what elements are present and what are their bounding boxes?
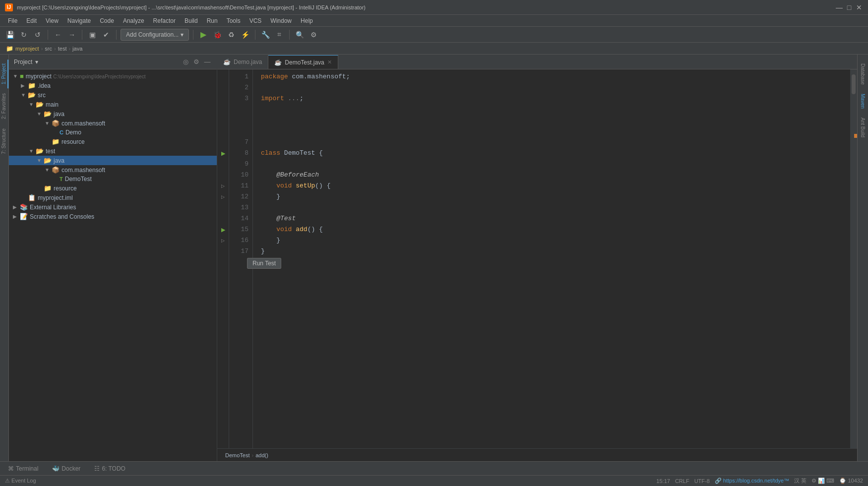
tab-demotest-java[interactable]: ☕ DemoTest.java ✕ <box>268 55 338 69</box>
maximize-button[interactable]: □ <box>845 3 853 11</box>
debug-button[interactable]: 🐞 <box>211 29 223 41</box>
close-demotest-tab-button[interactable]: ✕ <box>327 59 332 65</box>
tree-item-resource-main[interactable]: ▶ 📁 resource <box>9 137 217 146</box>
gutter-line-16: ▷ <box>217 235 229 246</box>
tree-item-demo[interactable]: ▶ C Demo <box>9 128 217 137</box>
menu-edit[interactable]: Edit <box>22 16 41 25</box>
gutter-line-8[interactable]: ▶ <box>217 148 229 159</box>
docker-label: Docker <box>62 465 80 472</box>
maven-side-tab[interactable]: Maven <box>859 90 867 113</box>
menu-code[interactable]: Code <box>96 16 118 25</box>
breadcrumb-myproject[interactable]: myproject <box>15 46 39 52</box>
back-button[interactable]: ← <box>52 29 64 41</box>
menu-navigate[interactable]: Navigate <box>63 16 95 25</box>
tree-label-java-main: java <box>54 111 64 118</box>
tree-item-test[interactable]: ▼ 📂 test <box>9 146 217 156</box>
tree-item-demotest[interactable]: ▶ T DemoTest <box>9 175 217 183</box>
tree-label-idea: .idea <box>38 82 51 89</box>
forward-button[interactable]: → <box>66 29 78 41</box>
terminal-tab[interactable]: ⌘ Terminal <box>5 463 41 474</box>
todo-tab[interactable]: ☷ 6: TODO <box>91 463 128 474</box>
tree-item-idea[interactable]: ▶ 📁 .idea <box>9 81 217 90</box>
tree-item-src[interactable]: ▼ 📂 src <box>9 90 217 100</box>
sidebar-dropdown-icon[interactable]: ▾ <box>35 59 38 65</box>
sync-button[interactable]: ↻ <box>18 29 30 41</box>
tree-item-external-libs[interactable]: ▶ 📚 External Libraries <box>9 202 217 212</box>
editor-scrollbar[interactable] <box>850 69 857 448</box>
code-content[interactable]: package com.mashensoft; import ...; clas… <box>253 69 850 448</box>
tree-item-myproject[interactable]: ▼ ■ myproject C:\Users\zongxing\IdeaProj… <box>9 71 217 81</box>
save-all-button[interactable]: 💾 <box>4 29 16 41</box>
footer-breadcrumb-demotest[interactable]: DemoTest <box>225 452 250 458</box>
refresh-button[interactable]: ↺ <box>32 29 44 41</box>
project-view-button[interactable]: ▣ <box>86 29 98 41</box>
bookmark-button[interactable]: ✔ <box>100 29 112 41</box>
separator-4 <box>193 30 193 40</box>
ext-libs-icon: 📚 <box>20 203 28 211</box>
sidebar-locate-button[interactable]: ◎ <box>181 58 190 66</box>
menu-build[interactable]: Build <box>181 16 202 25</box>
favorites-side-tab[interactable]: 2: Favorites <box>0 89 8 123</box>
window-title: myproject [C:\Users\zongxing\IdeaProject… <box>17 4 366 10</box>
event-log-button[interactable]: ⚠ Event Log <box>5 478 36 484</box>
menu-vcs[interactable]: VCS <box>246 16 266 25</box>
project-side-tab[interactable]: 1: Project <box>0 60 8 88</box>
menu-window[interactable]: Window <box>266 16 296 25</box>
settings-button[interactable]: ⚙ <box>308 29 319 41</box>
gutter-line-10 <box>217 170 229 181</box>
java-test-class-icon-demotest: T <box>60 176 63 182</box>
menu-help[interactable]: Help <box>297 16 317 25</box>
sidebar-gear-icon[interactable]: ⚙ <box>192 58 201 66</box>
menu-file[interactable]: File <box>4 16 21 25</box>
breadcrumb-test[interactable]: test <box>58 46 67 52</box>
ant-build-side-tab[interactable]: Ant Build <box>859 114 867 141</box>
todo-icon: ☷ <box>94 465 100 472</box>
docker-tab[interactable]: 🐳 Docker <box>49 463 83 474</box>
tree-item-scratches[interactable]: ▶ 📝 Scratches and Consoles <box>9 212 217 221</box>
toolbar: 💾 ↻ ↺ ← → ▣ ✔ Add Configuration... ▾ ▶ 🐞… <box>0 27 868 43</box>
add-configuration-button[interactable]: Add Configuration... ▾ <box>121 29 189 41</box>
breadcrumb-src[interactable]: src <box>45 46 52 52</box>
menu-run[interactable]: Run <box>203 16 222 25</box>
tab-demo-java[interactable]: ☕ Demo.java <box>217 55 268 69</box>
tree-label-test: test <box>46 148 55 155</box>
line-numbers: 1 2 3 7 8 9 10 11 12 13 14 15 16 17 <box>229 69 253 448</box>
window-controls[interactable]: — □ ✕ <box>835 3 863 11</box>
tree-item-resource-test[interactable]: ▶ 📁 resource <box>9 183 217 193</box>
gutter-line-13 <box>217 202 229 213</box>
minimize-button[interactable]: — <box>835 3 843 11</box>
structure-side-tab[interactable]: 7: Structure <box>0 124 8 158</box>
line-ending[interactable]: CRLF <box>675 478 689 484</box>
database-side-tab[interactable]: Database <box>859 60 867 89</box>
profile-button[interactable]: ⚡ <box>239 29 251 41</box>
tree-item-com-mashensoft[interactable]: ▼ 📦 com.mashensoft <box>9 119 217 128</box>
gutter-line-15[interactable]: ▶ <box>217 224 229 235</box>
java-class-icon-demo: C <box>60 129 63 135</box>
terminal-toolbar-button[interactable]: ⌗ <box>273 29 285 41</box>
git-branch[interactable]: 🔗 https://blog.csdn.net/tdye™ <box>715 478 789 484</box>
menu-view[interactable]: View <box>42 16 62 25</box>
coverage-button[interactable]: ♻ <box>225 29 237 41</box>
menu-tools[interactable]: Tools <box>223 16 245 25</box>
todo-label: 6: TODO <box>102 465 125 472</box>
run-button[interactable]: ▶ <box>197 29 209 41</box>
build-project-button[interactable]: 🔧 <box>259 29 271 41</box>
tab-java-test-icon: ☕ <box>274 59 282 66</box>
sidebar-collapse-button[interactable]: — <box>203 58 212 66</box>
tree-item-java-test[interactable]: ▼ 📂 java <box>9 156 217 165</box>
menu-refactor[interactable]: Refactor <box>149 16 180 25</box>
tree-item-com-mashensoft-test[interactable]: ▼ 📦 com.mashensoft <box>9 165 217 175</box>
separator-6 <box>289 30 290 40</box>
tree-label-resource-main: resource <box>62 138 85 145</box>
breadcrumb-java[interactable]: java <box>72 46 82 52</box>
gutter-line-3 <box>217 93 229 104</box>
gutter-line-4 <box>217 104 229 115</box>
tree-item-main[interactable]: ▼ 📂 main <box>9 100 217 109</box>
gutter-line-12: ▷ <box>217 191 229 202</box>
tree-item-java-main[interactable]: ▼ 📂 java <box>9 109 217 119</box>
tree-item-myproject-iml[interactable]: ▶ 📋 myproject.iml <box>9 193 217 202</box>
search-button[interactable]: 🔍 <box>294 29 306 41</box>
menu-analyze[interactable]: Analyze <box>119 16 148 25</box>
footer-breadcrumb-add[interactable]: add() <box>255 452 268 458</box>
close-button[interactable]: ✕ <box>855 3 863 11</box>
